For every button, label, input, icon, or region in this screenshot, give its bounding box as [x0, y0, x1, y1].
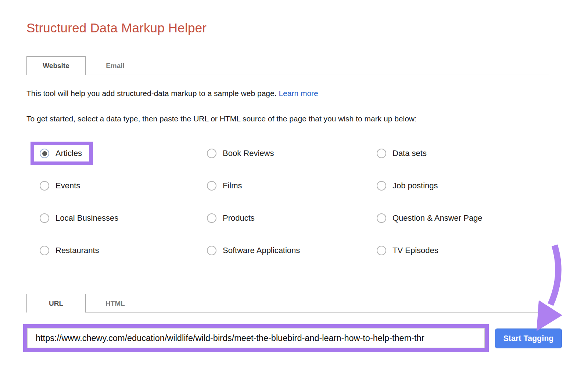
- radio-option-data-sets[interactable]: Data sets: [377, 149, 483, 158]
- url-html-tabbar: URL HTML: [26, 294, 549, 313]
- radio-icon[interactable]: [207, 213, 216, 223]
- structured-data-markup-helper-page: Structured Data Markup Helper Website Em…: [0, 0, 588, 380]
- radio-icon[interactable]: [377, 213, 386, 223]
- radio-option-restaurants[interactable]: Restaurants: [40, 246, 207, 255]
- radio-icon[interactable]: [207, 246, 216, 255]
- radio-option-book-reviews[interactable]: Book Reviews: [207, 149, 377, 158]
- radio-icon[interactable]: [207, 181, 216, 191]
- radio-icon[interactable]: [377, 181, 386, 191]
- start-tagging-button[interactable]: Start Tagging: [495, 328, 562, 348]
- radio-icon[interactable]: [377, 246, 386, 255]
- radio-option-tv-episodes[interactable]: TV Episodes: [377, 246, 483, 255]
- radio-option-local-businesses[interactable]: Local Businesses: [40, 213, 207, 223]
- radio-option-events[interactable]: Events: [40, 181, 207, 191]
- website-email-tabbar: Website Email: [26, 56, 549, 75]
- radio-icon[interactable]: [207, 149, 216, 158]
- tab-url[interactable]: URL: [26, 294, 86, 313]
- url-input[interactable]: [27, 328, 485, 348]
- intro-sentence: This tool will help you add structured-d…: [26, 89, 277, 97]
- tab-email[interactable]: Email: [86, 56, 145, 75]
- radio-option-films[interactable]: Films: [207, 181, 377, 191]
- radio-icon[interactable]: [40, 149, 49, 158]
- radio-option-question-answer-page[interactable]: Question & Answer Page: [377, 213, 483, 223]
- radio-option-products[interactable]: Products: [207, 213, 377, 223]
- tab-website[interactable]: Website: [26, 56, 86, 75]
- url-highlight-box: [23, 324, 489, 352]
- instruction-text: To get started, select a data type, then…: [26, 114, 417, 123]
- intro-text: This tool will help you add structured-d…: [26, 89, 318, 98]
- page-title: Structured Data Markup Helper: [26, 21, 207, 35]
- radio-icon[interactable]: [40, 213, 49, 223]
- tab-html[interactable]: HTML: [86, 294, 145, 313]
- articles-highlight-box: Articles: [31, 142, 93, 165]
- radio-option-articles[interactable]: Articles: [40, 142, 207, 165]
- learn-more-link[interactable]: Learn more: [279, 89, 318, 97]
- data-type-options: Articles Book Reviews Data sets Events F…: [40, 137, 483, 267]
- radio-option-job-postings[interactable]: Job postings: [377, 181, 483, 191]
- annotation-arrow-icon: [510, 238, 565, 335]
- radio-icon[interactable]: [40, 246, 49, 255]
- radio-icon[interactable]: [40, 181, 49, 191]
- radio-icon[interactable]: [377, 149, 386, 158]
- radio-option-software-applications[interactable]: Software Applications: [207, 246, 377, 255]
